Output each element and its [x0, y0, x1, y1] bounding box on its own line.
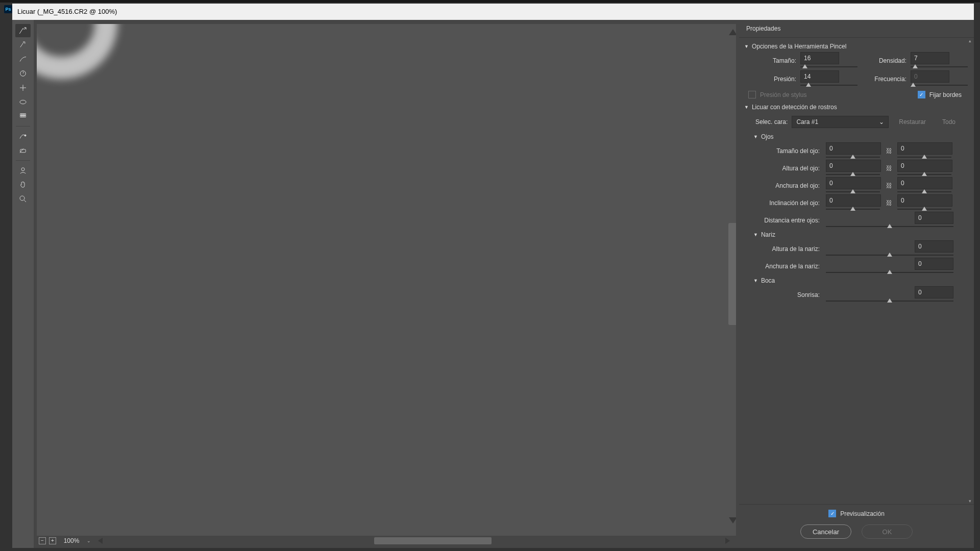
eye-distance-label: Distancia entre ojos: [746, 217, 823, 224]
zoom-in-button[interactable]: + [49, 537, 56, 544]
properties-title: Propiedades [739, 20, 974, 37]
section-label: Boca [761, 277, 775, 284]
thaw-mask-tool[interactable] [15, 144, 31, 157]
link-icon[interactable]: ⛓ [884, 182, 894, 189]
eye-tilt-left-slider[interactable] [826, 207, 880, 212]
rate-input [911, 70, 949, 83]
section-label: Opciones de la Herramienta Pincel [752, 43, 846, 50]
face-tool[interactable] [15, 164, 31, 177]
svg-point-1 [22, 87, 24, 89]
zoom-out-button[interactable]: − [39, 537, 46, 544]
svg-rect-4 [22, 114, 24, 115]
smile-slider[interactable] [826, 298, 953, 304]
scroll-up-icon[interactable] [729, 29, 736, 35]
nose-width-slider[interactable] [826, 270, 953, 275]
eye-width-label: Anchura del ojo: [746, 182, 823, 189]
all-button[interactable]: Todo [936, 116, 962, 128]
svg-rect-3 [20, 114, 22, 115]
pressure-input[interactable] [800, 70, 839, 83]
stylus-pressure-checkbox[interactable] [748, 91, 756, 98]
scroll-right-icon[interactable] [725, 538, 730, 544]
eye-tilt-label: Inclinación del ojo: [746, 199, 823, 207]
liquify-canvas[interactable] [37, 24, 736, 536]
zoom-value[interactable]: 100% [59, 537, 84, 544]
reconstruct-tool[interactable] [15, 38, 31, 52]
svg-rect-10 [20, 149, 26, 153]
panel-vertical-scroll[interactable]: ▴ ▾ [967, 38, 973, 504]
nose-height-input[interactable] [915, 240, 953, 253]
link-icon[interactable]: ⛓ [884, 165, 894, 172]
vertical-scrollbar[interactable] [728, 223, 736, 325]
restore-button[interactable]: Restaurar [893, 116, 932, 128]
eye-distance-slider[interactable] [826, 224, 953, 229]
zoom-dropdown-icon[interactable]: ⌄ [87, 538, 91, 543]
eye-size-right-input[interactable] [897, 142, 952, 155]
horizontal-scrollbar[interactable] [374, 537, 492, 544]
size-slider[interactable] [800, 64, 857, 69]
svg-point-12 [20, 196, 24, 201]
disclosure-icon: ▼ [753, 232, 758, 237]
nose-header[interactable]: ▼Nariz [744, 229, 962, 240]
pin-edges-checkbox[interactable] [918, 91, 925, 98]
rate-label: Frecuencia: [860, 76, 911, 83]
brush-options-header[interactable]: ▼Opciones de la Herramienta Pincel [744, 41, 962, 52]
eye-height-right-slider[interactable] [897, 172, 951, 177]
eye-distance-input[interactable] [915, 212, 953, 224]
scroll-down-icon[interactable] [729, 517, 736, 523]
scroll-up-icon[interactable]: ▴ [967, 38, 973, 44]
svg-point-11 [21, 168, 24, 171]
app-left-strip [0, 20, 12, 413]
brush-stroke-preview [37, 24, 117, 79]
eye-size-left-slider[interactable] [826, 155, 880, 160]
eye-size-left-input[interactable] [826, 142, 881, 155]
link-icon[interactable]: ⛓ [884, 147, 894, 155]
pucker-tool[interactable] [15, 81, 31, 94]
eye-height-right-input[interactable] [897, 160, 952, 172]
face-select-dropdown[interactable]: Cara #1⌄ [792, 116, 889, 128]
pressure-label: Presión: [744, 76, 800, 83]
scroll-down-icon[interactable]: ▾ [967, 498, 973, 504]
density-slider[interactable] [911, 64, 968, 69]
properties-footer: Previsualización Cancelar OK [739, 505, 974, 548]
eye-size-label: Tamaño del ojo: [746, 147, 823, 155]
properties-panel: Propiedades ▼Opciones de la Herramienta … [739, 20, 974, 548]
chevron-down-icon: ⌄ [879, 118, 884, 126]
eye-width-right-input[interactable] [897, 177, 952, 189]
eye-tilt-right-input[interactable] [897, 194, 952, 207]
eye-width-right-slider[interactable] [897, 189, 951, 194]
canvas-area: − + 100% ⌄ [34, 20, 739, 548]
bloat-tool[interactable] [15, 95, 31, 109]
freeze-mask-tool[interactable] [15, 130, 31, 143]
size-input[interactable] [800, 52, 839, 64]
forward-warp-tool[interactable] [15, 24, 31, 37]
smile-input[interactable] [915, 286, 953, 298]
eye-width-left-input[interactable] [826, 177, 881, 189]
nose-width-input[interactable] [915, 258, 953, 270]
eye-height-left-input[interactable] [826, 160, 881, 172]
link-icon[interactable]: ⛓ [884, 199, 894, 207]
eye-width-left-slider[interactable] [826, 189, 880, 194]
ok-button[interactable]: OK [862, 524, 913, 539]
mouth-header[interactable]: ▼Boca [744, 275, 962, 286]
eye-size-right-slider[interactable] [897, 155, 951, 160]
eyes-header[interactable]: ▼Ojos [744, 131, 962, 142]
twirl-tool[interactable] [15, 67, 31, 80]
cancel-button[interactable]: Cancelar [800, 524, 851, 539]
pin-edges-label: Fijar bordes [929, 91, 962, 98]
nose-height-slider[interactable] [826, 253, 953, 258]
smooth-tool[interactable] [15, 53, 31, 66]
zoom-bar: − + 100% ⌄ [37, 536, 736, 546]
density-input[interactable] [911, 52, 949, 64]
push-left-tool[interactable] [15, 110, 31, 123]
eye-tilt-right-slider[interactable] [897, 207, 951, 212]
eye-height-left-slider[interactable] [826, 172, 880, 177]
section-label: Nariz [761, 231, 775, 238]
preview-label: Previsualización [840, 510, 885, 517]
preview-checkbox[interactable] [828, 510, 836, 517]
hand-tool[interactable] [15, 178, 31, 191]
zoom-tool[interactable] [15, 192, 31, 206]
pressure-slider[interactable] [800, 83, 857, 88]
scroll-left-icon[interactable] [98, 538, 103, 544]
eye-tilt-left-input[interactable] [826, 194, 881, 207]
face-aware-header[interactable]: ▼Licuar con detección de rostros [744, 102, 962, 113]
